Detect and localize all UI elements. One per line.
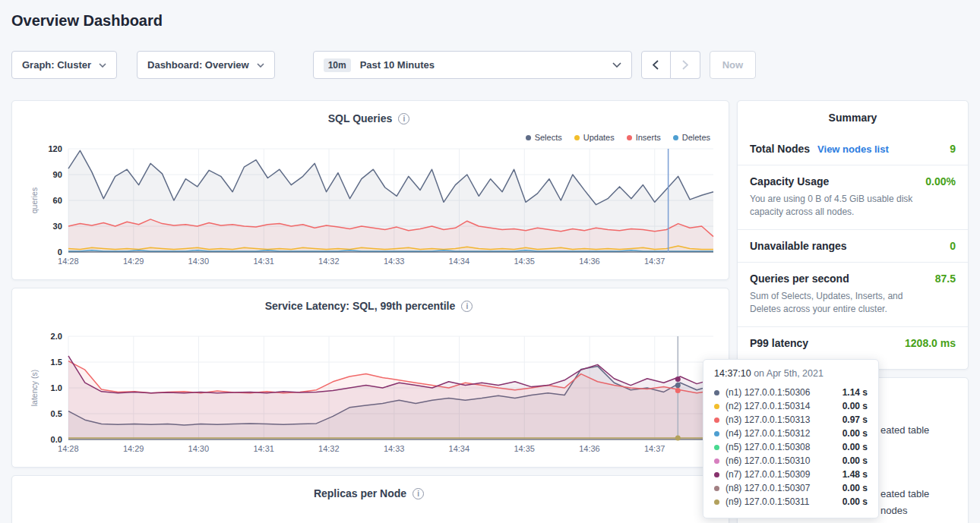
chart-legend xyxy=(27,320,710,330)
x-tick-label: 14:32 xyxy=(318,444,340,453)
node-color-dot-icon xyxy=(714,458,719,464)
chart-hover-tooltip: 14:37:10 on Apr 5th, 2021 (n1) 127.0.0.1… xyxy=(703,359,879,518)
time-prev-button[interactable] xyxy=(641,51,671,79)
summary-rows: Total Nodes View nodes list 9 Capacity U… xyxy=(738,133,968,359)
legend-item[interactable]: Deletes xyxy=(673,133,710,142)
summary-panel: Summary Total Nodes View nodes list 9 Ca… xyxy=(737,100,969,370)
summary-row-label: Total Nodes xyxy=(750,143,810,155)
replicas-per-node-chart-panel: Replicas per Node i xyxy=(11,475,729,523)
y-tick-label: 1.0 xyxy=(51,383,62,392)
y-axis-label: queries xyxy=(27,149,41,252)
chevron-right-icon xyxy=(682,60,688,70)
legend-dot-icon xyxy=(627,135,632,140)
x-tick-label: 14:33 xyxy=(384,257,405,266)
x-tick-label: 14:37 xyxy=(644,257,665,266)
x-tick-label: 14:28 xyxy=(58,444,79,453)
summary-row-value: 87.5 xyxy=(935,273,956,285)
tooltip-node-label: (n8) 127.0.0.1:50307 xyxy=(726,483,810,493)
sql-queries-chart-panel: SQL Queries i SelectsUpdatesInsertsDelet… xyxy=(11,100,729,280)
now-button[interactable]: Now xyxy=(710,51,756,79)
tooltip-node-value: 1.14 s xyxy=(842,387,868,398)
chevron-down-icon xyxy=(99,63,106,68)
y-tick-label: 2.0 xyxy=(51,332,62,341)
tooltip-node-label: (n9) 127.0.0.1:50311 xyxy=(726,496,810,507)
tooltip-rows: (n1) 127.0.0.1:50306 1.14 s (n2) 127.0.0… xyxy=(714,386,868,509)
chart-title: SQL Queries xyxy=(328,112,393,124)
graph-dropdown-label: Graph: Cluster xyxy=(22,59,91,71)
tooltip-row: (n9) 127.0.0.1:50311 0.00 s xyxy=(714,495,868,509)
tooltip-node-label: (n5) 127.0.0.1:50308 xyxy=(726,442,810,452)
summary-row-label: Queries per second xyxy=(750,273,849,285)
summary-row-label: Unavailable ranges xyxy=(750,240,847,252)
summary-row-description: You are using 0 B of 4.5 GiB usable disk… xyxy=(750,193,956,219)
dashboard-dropdown[interactable]: Dashboard: Overview xyxy=(137,51,275,79)
info-icon[interactable]: i xyxy=(461,301,473,312)
y-axis-ticks: 0.00.51.01.52.0 xyxy=(41,336,68,440)
legend-item[interactable]: Selects xyxy=(526,133,562,142)
summary-title: Summary xyxy=(738,112,968,124)
tooltip-row: (n6) 127.0.0.1:50310 0.00 s xyxy=(714,454,868,468)
view-nodes-link[interactable]: View nodes list xyxy=(817,143,889,155)
tooltip-node-value: 0.00 s xyxy=(842,442,868,452)
x-axis-ticks: 14:2814:2914:3014:3114:3214:3314:3414:35… xyxy=(68,443,713,455)
service-latency-plot[interactable]: 14:2814:2914:3014:3114:3214:3314:3414:35… xyxy=(68,336,710,440)
time-nav-group xyxy=(641,51,700,79)
tooltip-node-label: (n6) 127.0.0.1:50310 xyxy=(726,455,810,466)
chart-svg xyxy=(68,336,713,440)
chevron-down-icon xyxy=(257,63,264,68)
chart-title: Replicas per Node xyxy=(314,487,406,499)
legend-dot-icon xyxy=(526,135,531,140)
tooltip-node-value: 0.00 s xyxy=(842,496,868,507)
service-latency-chart-panel: Service Latency: SQL, 99th percentile i … xyxy=(11,288,729,468)
legend-item[interactable]: Updates xyxy=(574,133,615,142)
x-tick-label: 14:28 xyxy=(58,257,79,266)
x-tick-label: 14:33 xyxy=(384,444,405,453)
y-tick-label: 0 xyxy=(58,247,62,257)
time-range-badge: 10m xyxy=(324,58,351,72)
event-text-fragment: eated table xyxy=(880,424,929,436)
time-range-label: Past 10 Minutes xyxy=(360,59,435,71)
x-tick-label: 14:37 xyxy=(644,444,665,453)
y-tick-label: 60 xyxy=(53,196,62,205)
tooltip-node-label: (n4) 127.0.0.1:50312 xyxy=(726,428,810,439)
sql-queries-plot[interactable]: 14:2814:2914:3014:3114:3214:3314:3414:35… xyxy=(68,149,710,252)
time-range-dropdown[interactable]: 10m Past 10 Minutes xyxy=(313,51,632,79)
event-text-fragment: eated table xyxy=(880,488,929,499)
summary-row-value: 0.00% xyxy=(925,175,956,187)
overview-dashboard-page: Overview Dashboard Graph: Cluster Dashbo… xyxy=(0,0,980,523)
tooltip-node-label: (n2) 127.0.0.1:50314 xyxy=(726,401,810,411)
node-color-dot-icon xyxy=(714,431,719,436)
chart-area: latency (s) 0.00.51.01.52.0 14:2814:2914… xyxy=(27,336,710,440)
tooltip-node-label: (n7) 127.0.0.1:50309 xyxy=(726,469,810,480)
x-tick-label: 14:35 xyxy=(514,444,535,453)
node-color-dot-icon xyxy=(714,472,719,477)
summary-row: Capacity Usage 0.00% You are using 0 B o… xyxy=(738,165,968,229)
time-next-button[interactable] xyxy=(671,51,700,79)
tooltip-node-value: 0.00 s xyxy=(842,401,868,411)
legend-item[interactable]: Inserts xyxy=(627,133,661,142)
y-tick-label: 0.5 xyxy=(51,409,62,418)
tooltip-row: (n2) 127.0.0.1:50314 0.00 s xyxy=(714,399,868,413)
y-tick-label: 30 xyxy=(53,222,62,231)
chevron-down-icon xyxy=(612,62,621,68)
summary-row-label: P99 latency xyxy=(750,337,808,349)
x-tick-label: 14:29 xyxy=(123,257,144,266)
x-tick-label: 14:34 xyxy=(449,444,470,453)
summary-row-value: 9 xyxy=(950,143,956,155)
x-axis-ticks: 14:2814:2914:3014:3114:3214:3314:3414:35… xyxy=(68,255,713,267)
info-icon[interactable]: i xyxy=(413,488,424,499)
node-color-dot-icon xyxy=(714,445,719,450)
x-tick-label: 14:36 xyxy=(579,257,600,266)
y-tick-label: 90 xyxy=(53,170,62,179)
legend-dot-icon xyxy=(673,135,678,140)
node-color-dot-icon xyxy=(714,404,719,409)
x-tick-label: 14:29 xyxy=(123,444,144,453)
graph-dropdown[interactable]: Graph: Cluster xyxy=(11,51,117,79)
tooltip-node-value: 0.00 s xyxy=(842,428,868,439)
chart-title-row: Service Latency: SQL, 99th percentile i xyxy=(27,298,710,313)
x-tick-label: 14:31 xyxy=(253,257,274,266)
chevron-left-icon xyxy=(653,60,659,70)
y-tick-label: 1.5 xyxy=(51,358,62,367)
node-color-dot-icon xyxy=(714,486,719,491)
info-icon[interactable]: i xyxy=(398,113,409,124)
